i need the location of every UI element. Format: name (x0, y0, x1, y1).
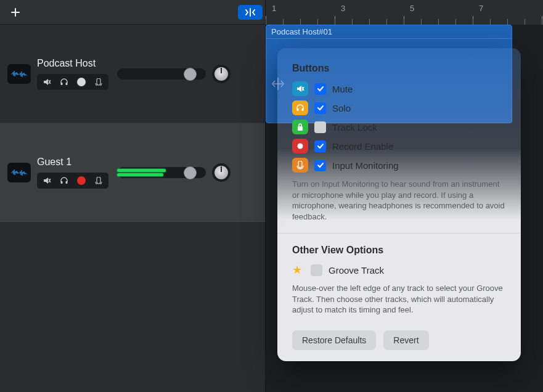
add-track-button[interactable] (7, 4, 23, 20)
option-label: Record Enable (332, 141, 393, 152)
svg-rect-3 (66, 181, 68, 184)
pan-knob[interactable] (212, 163, 231, 182)
svg-rect-0 (61, 83, 63, 85)
option-label: Groove Track (329, 265, 384, 276)
check-icon (317, 142, 324, 150)
option-label: Track Lock (332, 122, 377, 133)
track-button-row (37, 74, 108, 90)
track-type-icon (7, 163, 31, 182)
catch-icon (243, 8, 257, 17)
mute-button[interactable] (39, 75, 55, 89)
groove-track-checkbox[interactable] (311, 264, 322, 276)
solo-button[interactable] (56, 75, 72, 89)
check-icon (317, 85, 324, 92)
level-meter (117, 169, 166, 172)
track-button-row (37, 173, 108, 189)
track-header-config-popover: Buttons Mute Solo Track Lock Record Enab… (277, 48, 521, 361)
divider (277, 233, 521, 234)
section-header: Other View Options (292, 245, 506, 256)
solo-button[interactable] (56, 174, 72, 187)
mute-checkbox[interactable] (314, 83, 326, 95)
section-header: Buttons (292, 63, 506, 74)
monitoring-icon (292, 158, 308, 173)
option-row-monitoring: Input Monitoring (292, 158, 506, 173)
mute-icon (292, 81, 308, 96)
volume-thumb[interactable] (184, 68, 197, 81)
lock-icon (292, 120, 308, 134)
catch-playhead-button[interactable] (238, 5, 263, 20)
groove-description: Mouse-over the left edge of any track to… (292, 283, 506, 316)
headphones-icon (292, 100, 308, 115)
headphones-icon (60, 78, 68, 86)
monitoring-icon (94, 78, 104, 86)
buttons-description: Turn on Input Monitoring to hear sound f… (292, 179, 506, 222)
record-enable-checkbox[interactable] (314, 141, 326, 152)
input-monitoring-button[interactable] (91, 75, 107, 89)
headphones-icon (60, 176, 68, 185)
mute-icon (43, 78, 51, 86)
track-name[interactable]: Guest 1 (37, 157, 108, 168)
popover-button-bar: Restore Defaults Revert (292, 330, 506, 350)
region-title: Podcast Host#01 (266, 25, 512, 39)
option-row-lock: Track Lock (292, 120, 506, 134)
check-icon (317, 104, 324, 112)
option-row-record: Record Enable (292, 139, 506, 153)
timeline-ruler[interactable]: 1 3 5 7 (265, 0, 543, 25)
svg-rect-2 (61, 181, 63, 184)
mute-icon (43, 176, 51, 185)
option-row-solo: Solo (292, 100, 506, 115)
restore-defaults-button[interactable]: Restore Defaults (292, 330, 376, 350)
ruler-mark: 3 (341, 4, 345, 13)
option-label: Mute (332, 84, 353, 94)
volume-thumb[interactable] (184, 166, 197, 179)
volume-slider[interactable] (117, 68, 206, 80)
option-row-mute: Mute (292, 81, 506, 96)
star-icon: ★ (292, 263, 302, 277)
plus-icon (10, 7, 20, 17)
input-monitoring-button[interactable] (91, 174, 107, 187)
track-header[interactable]: Guest 1 (0, 123, 265, 222)
pan-knob[interactable] (212, 65, 231, 83)
track-type-icon (7, 64, 31, 84)
track-lock-checkbox[interactable] (314, 121, 326, 133)
waveform-icon (10, 70, 28, 78)
record-dot-icon (77, 176, 86, 185)
revert-button[interactable]: Revert (383, 330, 428, 350)
svg-rect-5 (302, 108, 304, 111)
svg-rect-6 (298, 126, 303, 131)
option-label: Solo (332, 103, 351, 113)
level-meter (117, 173, 163, 176)
solo-checkbox[interactable] (314, 102, 326, 114)
ruler-mark: 1 (272, 4, 276, 13)
svg-point-7 (298, 144, 303, 149)
record-enable-button[interactable] (73, 174, 89, 187)
track-header[interactable]: Podcast Host (0, 25, 265, 123)
track-list: Podcast Host Guest 1 (0, 25, 265, 392)
record-dot-icon (77, 78, 86, 86)
svg-rect-4 (297, 108, 299, 111)
ruler-mark: 5 (410, 4, 414, 13)
mute-button[interactable] (39, 174, 55, 187)
input-monitoring-checkbox[interactable] (314, 160, 326, 171)
option-label: Input Monitoring (332, 160, 399, 171)
volume-slider[interactable] (117, 167, 206, 178)
track-name[interactable]: Podcast Host (37, 58, 108, 69)
check-icon (317, 161, 324, 169)
monitoring-icon (94, 177, 104, 184)
ruler-mark: 7 (479, 4, 483, 13)
svg-rect-1 (66, 83, 68, 85)
record-icon (292, 139, 308, 153)
record-enable-button[interactable] (73, 75, 89, 89)
option-row-groove: ★ Groove Track (292, 263, 506, 277)
waveform-icon (10, 168, 28, 177)
